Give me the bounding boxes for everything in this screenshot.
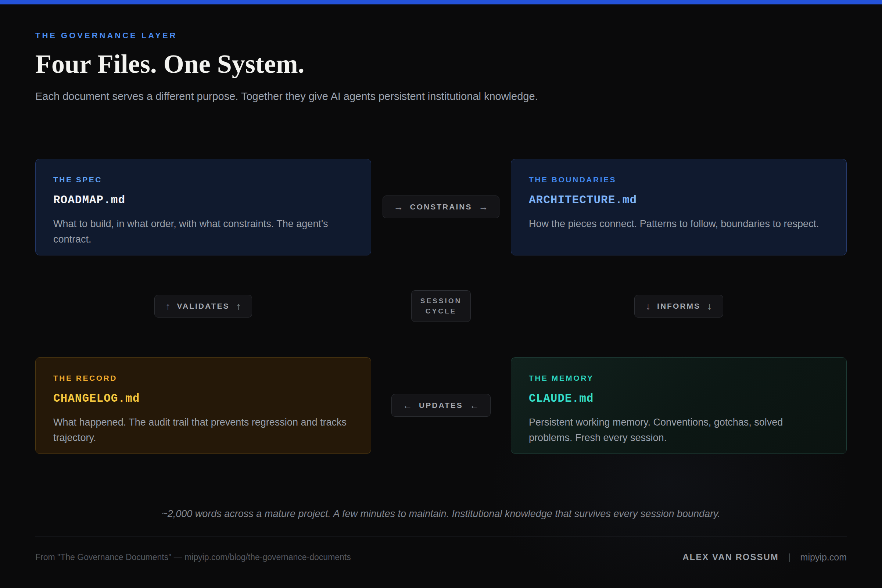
spec-card-cell: THE SPEC ROADMAP.md What to build, in wh…: [35, 159, 371, 255]
memory-card-description: Persistent working memory. Conventions, …: [529, 414, 829, 446]
summary-note: ~2,000 words across a mature project. A …: [35, 508, 847, 520]
diagram-grid: THE SPEC ROADMAP.md What to build, in wh…: [35, 159, 847, 454]
arrow-right-icon: →: [394, 201, 404, 213]
footer-separator: |: [788, 552, 791, 563]
boundaries-card-label: THE BOUNDARIES: [529, 175, 829, 184]
memory-card-filename: CLAUDE.md: [529, 392, 829, 405]
validates-label: VALIDATES: [177, 302, 230, 310]
arrow-down-icon: ↓: [707, 301, 712, 312]
footer-author: ALEX VAN ROSSUM: [682, 552, 779, 562]
updates-connector-cell: ← UPDATES ←: [371, 357, 511, 454]
boundaries-card-cell: THE BOUNDARIES ARCHITECTURE.md How the p…: [511, 159, 847, 255]
updates-connector: ← UPDATES ←: [392, 394, 490, 417]
spec-card-description: What to build, in what order, with what …: [53, 216, 353, 247]
page-title: Four Files. One System.: [35, 51, 847, 77]
spec-card: THE SPEC ROADMAP.md What to build, in wh…: [35, 159, 371, 255]
record-card-cell: THE RECORD CHANGELOG.md What happened. T…: [35, 357, 371, 454]
boundaries-card-description: How the pieces connect. Patterns to foll…: [529, 216, 829, 231]
arrow-up-icon: ↑: [166, 301, 171, 312]
validates-connector-cell: ↑ VALIDATES ↑: [35, 255, 371, 357]
arrow-up-icon: ↑: [236, 301, 241, 312]
constrains-label: CONSTRAINS: [410, 202, 472, 212]
boundaries-card-filename: ARCHITECTURE.md: [529, 194, 829, 207]
session-cycle-cell: SESSION CYCLE: [371, 255, 511, 357]
record-card-filename: CHANGELOG.md: [53, 392, 353, 405]
session-cycle-line1: SESSION: [420, 296, 462, 306]
arrow-left-icon: ←: [470, 400, 479, 411]
informs-label: INFORMS: [657, 302, 700, 310]
diagram-row-bottom: THE RECORD CHANGELOG.md What happened. T…: [35, 357, 847, 454]
spec-card-label: THE SPEC: [53, 175, 353, 184]
memory-card: THE MEMORY CLAUDE.md Persistent working …: [511, 357, 847, 454]
diagram-row-middle: ↑ VALIDATES ↑ SESSION CYCLE ↓ INFORMS ↓: [35, 255, 847, 357]
session-cycle-line2: CYCLE: [426, 306, 456, 316]
footer: From "The Governance Documents" — mipyip…: [35, 537, 847, 563]
accent-top-bar: [0, 0, 882, 4]
arrow-left-icon: ←: [403, 400, 412, 411]
footer-source-text: From "The Governance Documents" — mipyip…: [35, 552, 351, 562]
record-card: THE RECORD CHANGELOG.md What happened. T…: [35, 357, 371, 454]
footer-attribution: ALEX VAN ROSSUM | mipyip.com: [682, 552, 847, 563]
constrains-connector: → CONSTRAINS →: [382, 195, 500, 218]
constrains-connector-cell: → CONSTRAINS →: [371, 159, 511, 255]
record-card-label: THE RECORD: [53, 374, 353, 382]
spec-card-filename: ROADMAP.md: [53, 194, 353, 207]
arrow-right-icon: →: [478, 201, 488, 213]
session-cycle-badge: SESSION CYCLE: [411, 290, 471, 322]
diagram-row-top: THE SPEC ROADMAP.md What to build, in wh…: [35, 159, 847, 255]
updates-label: UPDATES: [419, 401, 463, 410]
memory-card-cell: THE MEMORY CLAUDE.md Persistent working …: [511, 357, 847, 454]
arrow-down-icon: ↓: [646, 301, 651, 312]
page-container: THE GOVERNANCE LAYER Four Files. One Sys…: [0, 31, 882, 563]
memory-card-label: THE MEMORY: [529, 374, 829, 382]
boundaries-card: THE BOUNDARIES ARCHITECTURE.md How the p…: [511, 159, 847, 255]
eyebrow-label: THE GOVERNANCE LAYER: [35, 31, 847, 40]
record-card-description: What happened. The audit trail that prev…: [53, 414, 353, 446]
validates-connector: ↑ VALIDATES ↑: [154, 295, 252, 318]
informs-connector: ↓ INFORMS ↓: [634, 295, 723, 318]
informs-connector-cell: ↓ INFORMS ↓: [511, 255, 847, 357]
footer-site: mipyip.com: [800, 552, 847, 562]
page-subtitle: Each document serves a different purpose…: [35, 90, 847, 104]
